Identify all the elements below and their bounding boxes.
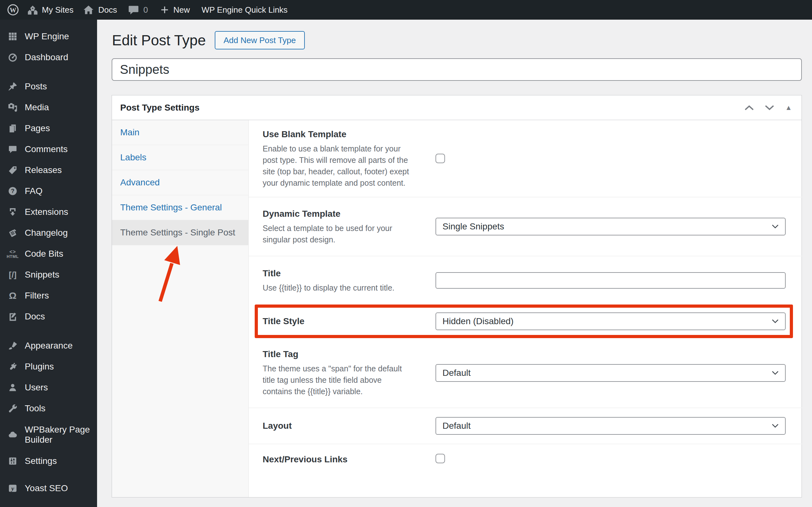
my-sites-label: My Sites (42, 5, 73, 15)
field-layout: Layout Default (249, 408, 802, 444)
title-tag-select[interactable]: Default (436, 364, 786, 382)
chevron-down-icon (772, 319, 779, 324)
sidebar-item-plugins[interactable]: Plugins (0, 356, 97, 377)
wrench-icon (6, 404, 20, 413)
move-down-icon[interactable] (763, 103, 775, 112)
edit-page-icon (6, 312, 20, 321)
admin-content: Edit Post Type Add New Post Type Post Ty… (97, 20, 812, 507)
title-style-select[interactable]: Hidden (Disabled) (436, 313, 786, 330)
use-blank-template-checkbox[interactable] (436, 154, 445, 163)
tab-labels[interactable]: Labels (112, 145, 248, 170)
home-icon (83, 5, 94, 15)
sliders-icon (6, 456, 20, 466)
omega-icon: Ω (6, 291, 20, 300)
tab-main[interactable]: Main (112, 120, 248, 145)
menu-separator (0, 327, 97, 335)
title-text-input[interactable] (436, 272, 786, 289)
move-up-icon[interactable] (743, 103, 755, 112)
site-docs-label: Docs (98, 5, 117, 15)
sidebar-item-posts[interactable]: Posts (0, 76, 97, 97)
field-label: Next/Previous Links (263, 454, 436, 465)
site-docs-menu[interactable]: Docs (83, 5, 117, 15)
settings-tab-list: Main Labels Advanced Theme Settings - Ge… (112, 120, 249, 497)
sidebar-item-docs[interactable]: Docs (0, 306, 97, 327)
html-icon: <>HTML (6, 249, 20, 259)
sidebar-item-changelog[interactable]: Changelog (0, 222, 97, 243)
field-label: Title Style (263, 316, 436, 327)
field-title: Title Use {{title}} to display the curre… (249, 257, 802, 304)
camera-icon (6, 103, 20, 112)
new-label: New (173, 5, 190, 15)
write-notes-icon (6, 228, 20, 238)
selected-value: Default (443, 421, 471, 431)
sidebar-item-extensions[interactable]: Extensions (0, 202, 97, 222)
sidebar-item-wp-engine[interactable]: WP Engine (0, 26, 97, 47)
page-header: Edit Post Type Add New Post Type (112, 31, 305, 49)
toggle-panel-icon[interactable]: ▲ (784, 103, 793, 112)
tab-theme-settings-single-post[interactable]: Theme Settings - Single Post (112, 220, 248, 245)
sidebar-item-code-bits[interactable]: <>HTML Code Bits (0, 243, 97, 264)
comments-menu[interactable]: 0 (128, 4, 148, 15)
sidebar-item-appearance[interactable]: Appearance (0, 335, 97, 356)
svg-text:?: ? (11, 188, 14, 194)
next-previous-links-checkbox[interactable] (436, 454, 445, 463)
sidebar-item-pages[interactable]: Pages (0, 118, 97, 139)
quick-links-label: WP Engine Quick Links (201, 5, 287, 15)
shortcode-icon: [/] (6, 271, 20, 279)
menu-separator (0, 68, 97, 76)
field-use-blank-template: Use Blank Template Enable to use a blank… (249, 120, 802, 198)
sidebar-item-users[interactable]: Users (0, 377, 97, 398)
page-title: Edit Post Type (112, 32, 206, 49)
sidebar-item-faq[interactable]: ? FAQ (0, 181, 97, 202)
field-description: The theme uses a "span" for the default … (263, 363, 436, 397)
sidebar-item-filters[interactable]: Ω Filters (0, 285, 97, 306)
sidebar-item-tools[interactable]: Tools (0, 398, 97, 419)
grid-icon (6, 32, 20, 41)
metabox-header[interactable]: Post Type Settings ▲ (112, 95, 802, 120)
selected-value: Single Snippets (443, 222, 504, 232)
field-description: Select a template to be used for your si… (263, 222, 436, 245)
pushpin-icon (6, 82, 20, 91)
user-icon (6, 383, 20, 392)
menu-separator (0, 471, 97, 478)
field-label: Dynamic Template (263, 208, 436, 220)
field-label: Title Tag (263, 349, 436, 360)
post-type-title-input[interactable] (112, 58, 802, 81)
sidebar-item-dashboard[interactable]: Dashboard (0, 47, 97, 68)
sidebar-item-releases[interactable]: Releases (0, 160, 97, 181)
wordpress-admin: W My Sites Docs 0 New WP Eng (0, 0, 812, 507)
metabox-body: Main Labels Advanced Theme Settings - Ge… (112, 120, 802, 497)
metabox-handle-actions: ▲ (743, 103, 793, 112)
sidebar-item-comments[interactable]: Comments (0, 139, 97, 160)
yoast-icon: y (6, 484, 20, 493)
wordpress-logo-icon[interactable]: W (7, 4, 19, 16)
sidebar-item-wpbakery[interactable]: WPBakery Page Builder (0, 419, 97, 451)
layout-select[interactable]: Default (436, 417, 786, 435)
cloud-icon (6, 430, 20, 440)
field-title-tag: Title Tag The theme uses a "span" for th… (249, 338, 802, 408)
field-label: Use Blank Template (263, 129, 436, 140)
sidebar-item-settings[interactable]: Settings (0, 451, 97, 471)
sidebar-item-snippets[interactable]: [/] Snippets (0, 264, 97, 285)
field-description: Enable to use a blank template for your … (263, 143, 436, 188)
pages-icon (6, 124, 20, 133)
settings-fields: Use Blank Template Enable to use a blank… (249, 120, 802, 497)
tab-theme-settings-general[interactable]: Theme Settings - General (112, 195, 248, 220)
metabox-title: Post Type Settings (120, 103, 200, 113)
help-circle-icon: ? (6, 186, 20, 196)
speech-bubble-icon (6, 145, 20, 154)
sidebar-item-yoast-seo[interactable]: y Yoast SEO (0, 478, 97, 499)
wp-engine-quick-links-menu[interactable]: WP Engine Quick Links (201, 5, 287, 15)
svg-text:W: W (10, 6, 16, 14)
my-sites-menu[interactable]: My Sites (27, 4, 73, 15)
add-new-post-type-button[interactable]: Add New Post Type (215, 31, 305, 49)
multisite-icon (27, 4, 39, 15)
sidebar-item-media[interactable]: Media (0, 97, 97, 118)
new-menu[interactable]: New (160, 5, 190, 15)
download-icon (6, 207, 20, 217)
admin-sidebar-menu: WP Engine Dashboard Posts Media Pages Co… (0, 20, 97, 507)
admin-bar: W My Sites Docs 0 New WP Eng (0, 0, 812, 20)
tab-advanced[interactable]: Advanced (112, 170, 248, 195)
chevron-down-icon (772, 424, 779, 428)
dynamic-template-select[interactable]: Single Snippets (436, 218, 786, 235)
